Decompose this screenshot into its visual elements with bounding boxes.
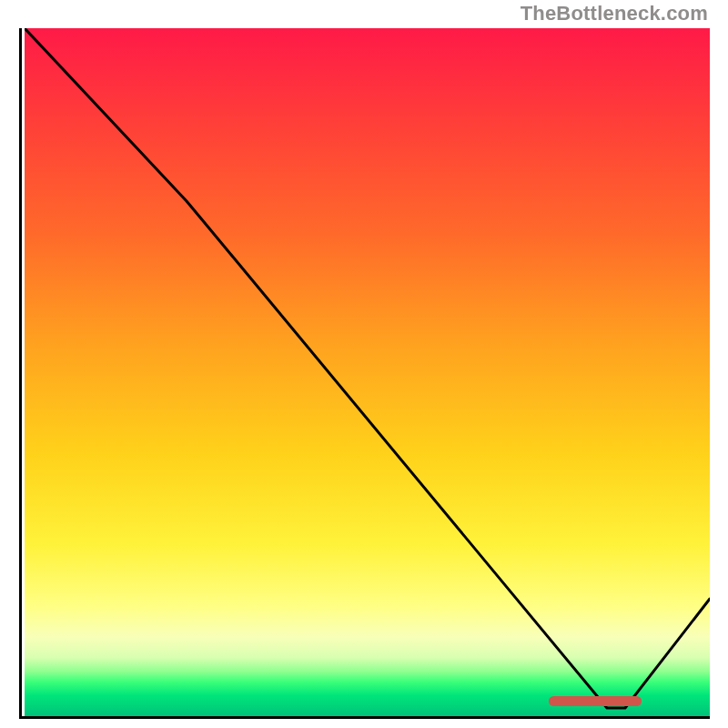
line-overlay (25, 28, 710, 716)
chart-container: TheBottleneck.com (0, 0, 728, 728)
optimal-range-bar (549, 696, 642, 706)
plot-area (19, 28, 710, 719)
source-watermark: TheBottleneck.com (521, 2, 708, 25)
bottleneck-curve (25, 28, 710, 708)
